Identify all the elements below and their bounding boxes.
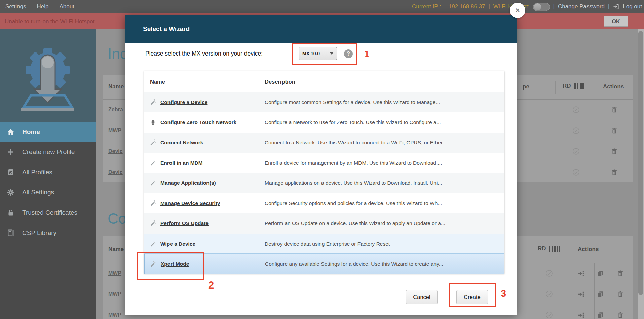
wizard-link[interactable]: Configure Zero Touch Network bbox=[160, 112, 236, 133]
barcode-icon bbox=[549, 246, 560, 252]
profile-link[interactable]: MWP bbox=[108, 128, 121, 134]
sidebar-item-home[interactable]: Home bbox=[0, 122, 96, 142]
top-menu: Settings Help About bbox=[0, 3, 74, 10]
rd-status-icon bbox=[545, 311, 553, 319]
column-header-name: Name bbox=[108, 246, 124, 253]
wizard-link[interactable]: Perform OS Update bbox=[160, 213, 209, 234]
wizard-row-manage-applications[interactable]: Manage Application(s) Manage application… bbox=[144, 173, 504, 193]
rd-status-icon bbox=[545, 290, 553, 298]
wizard-row-configure-zero-touch-network[interactable]: Configure Zero Touch Network Configure a… bbox=[144, 112, 504, 133]
barcode-icon bbox=[574, 83, 584, 89]
plus-icon bbox=[7, 148, 15, 156]
column-header-rd: RD bbox=[538, 245, 560, 252]
cancel-button[interactable]: Cancel bbox=[406, 290, 438, 304]
delete-icon[interactable] bbox=[617, 311, 624, 319]
library-icon bbox=[7, 229, 15, 237]
wizard-row-configure-a-device[interactable]: Configure a Device Configure most common… bbox=[144, 92, 504, 112]
wizard-description: Perform an OS Update on a device. Use th… bbox=[265, 213, 499, 234]
profile-link[interactable]: Devic bbox=[108, 148, 123, 154]
help-icon[interactable]: ? bbox=[344, 49, 353, 58]
rd-label: RD bbox=[563, 83, 571, 90]
column-header-actions: Actions bbox=[578, 246, 599, 253]
wizard-row-connect-network[interactable]: Connect Network Connect to a Network. Us… bbox=[144, 133, 504, 153]
wizard-row-xpert-mode[interactable]: Xpert Mode Configure any available Setti… bbox=[144, 254, 504, 274]
wizard-row-enroll-in-an-mdm[interactable]: Enroll in an MDM Enroll a device for man… bbox=[144, 153, 504, 173]
sidebar-item-all-settings[interactable]: All Settings bbox=[0, 182, 96, 203]
sidebar-item-label: Create new Profile bbox=[22, 148, 75, 156]
annotation-3: 3 bbox=[501, 288, 506, 299]
banner-ok-button[interactable]: OK bbox=[604, 16, 628, 27]
scrollbar-thumb[interactable] bbox=[638, 31, 643, 295]
wand-icon bbox=[150, 260, 157, 269]
wizard-link[interactable]: Manage Application(s) bbox=[160, 173, 216, 193]
menu-settings[interactable]: Settings bbox=[5, 3, 26, 10]
menu-help[interactable]: Help bbox=[37, 3, 48, 10]
change-password-link[interactable]: Change Password bbox=[558, 3, 605, 10]
wizard-link[interactable]: Connect Network bbox=[160, 133, 203, 153]
copy-icon[interactable] bbox=[597, 290, 604, 298]
apply-profile-icon[interactable] bbox=[577, 290, 585, 298]
completed-profiles-title: Co bbox=[108, 210, 126, 227]
sidebar-item-trusted-certificates[interactable]: Trusted Certificates bbox=[0, 203, 96, 223]
sidebar-item-label: All Profiles bbox=[22, 169, 52, 176]
separator: | bbox=[553, 3, 555, 10]
wizard-description: Configure Security options and policies … bbox=[265, 193, 499, 213]
profile-link[interactable]: MWP bbox=[108, 312, 121, 318]
wizard-table-header: Name Description bbox=[144, 71, 504, 92]
column-header-actions: Actions bbox=[603, 83, 624, 90]
wizard-row-wipe-a-device[interactable]: Wipe a Device Destroy device data using … bbox=[144, 234, 504, 254]
rd-status-icon bbox=[572, 147, 580, 155]
sidebar-nav: Home Create new Profile All Profiles All… bbox=[0, 122, 96, 243]
wizard-description: Destroy device data using Enterprise or … bbox=[265, 234, 499, 254]
sidebar-item-csp-library[interactable]: CSP Library bbox=[0, 223, 96, 243]
wizard-link[interactable]: Wipe a Device bbox=[160, 234, 195, 254]
app-logo bbox=[0, 29, 96, 122]
wizard-row-perform-os-update[interactable]: Perform OS Update Perform an OS Update o… bbox=[144, 213, 504, 234]
annotation-1: 1 bbox=[364, 49, 369, 60]
wizard-link[interactable]: Xpert Mode bbox=[161, 254, 189, 274]
delete-icon[interactable] bbox=[611, 148, 618, 155]
sidebar-item-all-profiles[interactable]: All Profiles bbox=[0, 162, 96, 182]
delete-icon[interactable] bbox=[611, 127, 618, 134]
delete-icon[interactable] bbox=[617, 270, 624, 277]
wand-icon bbox=[150, 99, 157, 107]
sidebar-item-label: All Settings bbox=[22, 189, 54, 196]
wand-icon bbox=[150, 220, 157, 228]
wizard-row-manage-device-security[interactable]: Manage Device Security Configure Securit… bbox=[144, 193, 504, 213]
banner-message: Unable to turn-on the Wi-Fi Hotspot bbox=[5, 13, 94, 29]
profile-link[interactable]: MWP bbox=[108, 291, 121, 297]
sidebar-item-label: CSP Library bbox=[22, 229, 56, 237]
wand-icon bbox=[150, 159, 157, 168]
profile-link[interactable]: MWP bbox=[108, 270, 121, 276]
profile-link[interactable]: Zebra bbox=[108, 107, 123, 113]
current-ip-value: 192.168.86.37 bbox=[449, 3, 485, 10]
delete-icon[interactable] bbox=[611, 169, 618, 176]
copy-icon[interactable] bbox=[597, 311, 604, 319]
logout-link[interactable]: Log out bbox=[623, 3, 642, 10]
apply-profile-icon[interactable] bbox=[577, 270, 585, 277]
rd-status-icon bbox=[572, 106, 580, 114]
scrollbar-track[interactable] bbox=[638, 29, 644, 319]
menu-about[interactable]: About bbox=[59, 3, 74, 10]
sidebar-item-create-new-profile[interactable]: Create new Profile bbox=[0, 142, 96, 162]
logout-icon bbox=[613, 3, 619, 10]
wizard-link[interactable]: Manage Device Security bbox=[160, 193, 220, 213]
create-button[interactable]: Create bbox=[456, 290, 488, 304]
wizard-link[interactable]: Enroll in an MDM bbox=[160, 153, 203, 173]
delete-icon[interactable] bbox=[611, 106, 618, 113]
column-header-type-fragment: pe bbox=[523, 83, 529, 90]
wizard-table: Name Description Configure a Device Conf… bbox=[144, 71, 504, 274]
apply-profile-icon[interactable] bbox=[577, 311, 585, 319]
copy-icon[interactable] bbox=[597, 270, 604, 277]
column-header-description: Description bbox=[265, 71, 295, 92]
select-wizard-dialog: Select a Wizard Please select the MX ver… bbox=[125, 15, 517, 315]
rd-status-icon bbox=[572, 168, 580, 176]
wifi-hotspot-toggle[interactable] bbox=[533, 3, 550, 11]
sidebar: Home Create new Profile All Profiles All… bbox=[0, 29, 96, 319]
wizard-link[interactable]: Configure a Device bbox=[160, 92, 207, 112]
delete-icon[interactable] bbox=[617, 290, 624, 298]
profile-link[interactable]: Devic bbox=[108, 169, 123, 175]
mx-version-select[interactable]: MX 10.0 bbox=[299, 47, 337, 60]
annotation-2: 2 bbox=[208, 279, 214, 291]
close-icon[interactable]: × bbox=[510, 3, 525, 18]
